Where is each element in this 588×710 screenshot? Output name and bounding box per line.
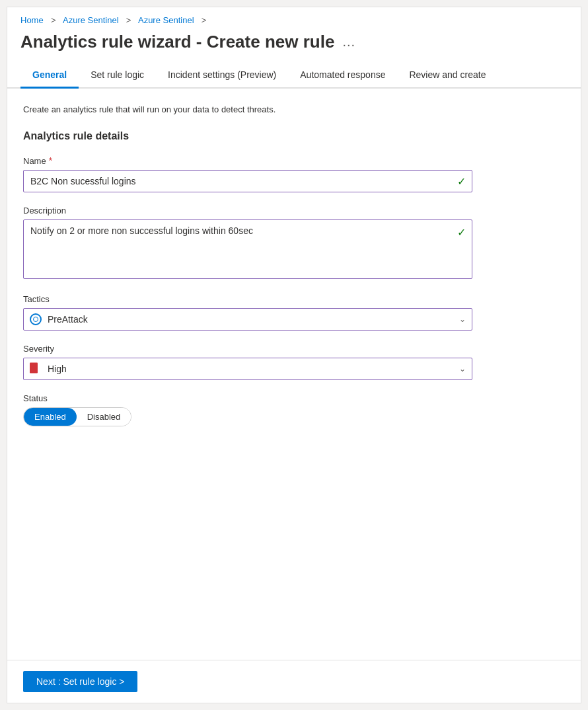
status-field-group: Status Enabled Disabled — [23, 393, 565, 426]
breadcrumb: Home > Azure Sentinel > Azure Sentinel > — [7, 7, 581, 29]
next-button[interactable]: Next : Set rule logic > — [23, 671, 137, 692]
footer-bar: Next : Set rule logic > — [7, 660, 581, 703]
tab-incident-settings[interactable]: Incident settings (Preview) — [156, 63, 288, 89]
breadcrumb-azure-sentinel-2[interactable]: Azure Sentinel — [138, 15, 194, 25]
name-valid-icon: ✓ — [457, 175, 466, 188]
description-label: Description — [23, 206, 565, 216]
page-header: Analytics rule wizard - Create new rule … — [7, 29, 581, 63]
status-disabled-button[interactable]: Disabled — [77, 408, 131, 426]
severity-label: Severity — [23, 344, 565, 354]
description-textarea[interactable]: Notify on 2 or more non successful login… — [23, 219, 472, 279]
page-title: Analytics rule wizard - Create new rule — [20, 32, 334, 52]
name-field-group: Name * ✓ — [23, 155, 565, 192]
name-label: Name * — [23, 155, 565, 166]
severity-select-wrapper: High Medium Low Informational ⌄ — [23, 358, 472, 380]
name-input-wrapper: ✓ — [23, 170, 472, 192]
breadcrumb-sep-2: > — [124, 15, 133, 25]
tactics-field-group: Tactics PreAttack InitialAccess Executio… — [23, 294, 565, 331]
breadcrumb-home[interactable]: Home — [20, 15, 44, 25]
description-valid-icon: ✓ — [457, 226, 466, 239]
section-title: Analytics rule details — [23, 130, 565, 142]
tab-automated-response[interactable]: Automated response — [288, 63, 397, 89]
tactics-select[interactable]: PreAttack InitialAccess Execution Persis… — [23, 308, 472, 331]
description-field-group: Description Notify on 2 or more non succ… — [23, 206, 565, 281]
tab-set-rule-logic[interactable]: Set rule logic — [79, 63, 156, 89]
tab-review-and-create[interactable]: Review and create — [397, 63, 497, 89]
tactics-label: Tactics — [23, 294, 565, 304]
breadcrumb-azure-sentinel-1[interactable]: Azure Sentinel — [63, 15, 119, 25]
description-input-wrapper: Notify on 2 or more non successful login… — [23, 219, 472, 281]
name-input[interactable] — [23, 170, 472, 192]
breadcrumb-sep-1: > — [48, 15, 58, 25]
tabs-bar: General Set rule logic Incident settings… — [7, 63, 581, 89]
tab-general[interactable]: General — [20, 63, 79, 89]
more-options-icon[interactable]: ... — [342, 34, 355, 50]
status-toggle: Enabled Disabled — [23, 407, 131, 426]
status-label: Status — [23, 393, 565, 403]
status-enabled-button[interactable]: Enabled — [24, 408, 77, 426]
content-area: Create an analytics rule that will run o… — [7, 89, 581, 660]
form-description: Create an analytics rule that will run o… — [23, 104, 565, 114]
page-container: Home > Azure Sentinel > Azure Sentinel >… — [7, 7, 581, 703]
severity-select[interactable]: High Medium Low Informational — [23, 358, 472, 380]
name-required-star: * — [49, 155, 52, 166]
severity-field-group: Severity High Medium Low Informational ⌄ — [23, 344, 565, 380]
breadcrumb-sep-3: > — [199, 15, 209, 25]
tactics-select-wrapper: PreAttack InitialAccess Execution Persis… — [23, 308, 472, 331]
